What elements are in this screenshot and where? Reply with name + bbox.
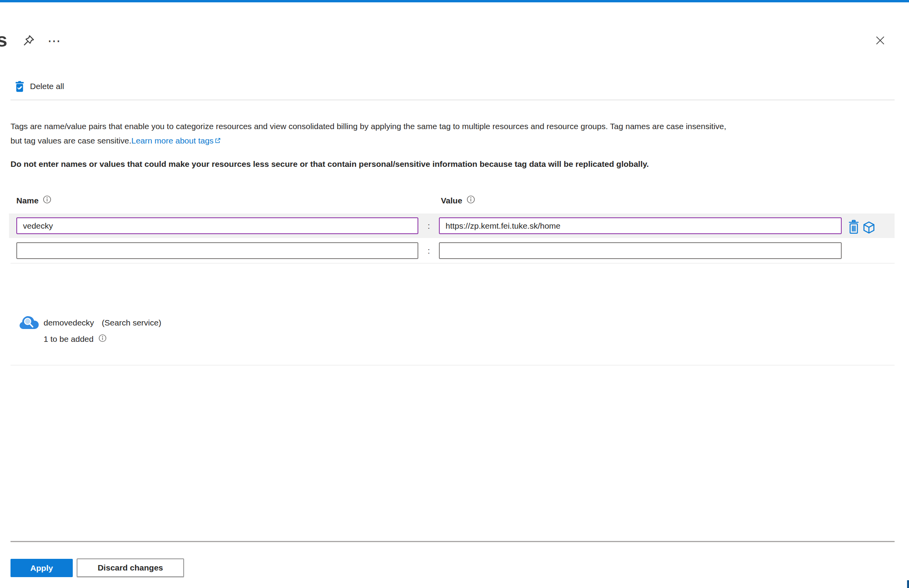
search-service-icon xyxy=(18,315,39,332)
name-info-icon[interactable] xyxy=(43,195,51,206)
delete-all-icon xyxy=(15,81,25,92)
tag-name-input-row2[interactable] xyxy=(16,242,418,259)
cube-icon xyxy=(862,221,876,234)
pin-icon xyxy=(22,34,35,47)
resource-name: demovedecky xyxy=(44,318,94,327)
tag-rows-divider xyxy=(11,263,895,264)
tag-value-input-row1[interactable] xyxy=(439,217,842,234)
tags-description-line1: Tags are name/value pairs that enable yo… xyxy=(11,119,902,133)
more-options-button[interactable]: ⋯ xyxy=(45,33,64,49)
resource-status-row: 1 to be added xyxy=(44,334,107,344)
pin-button[interactable] xyxy=(20,33,37,49)
resource-scope-button[interactable] xyxy=(861,220,877,235)
apply-button[interactable]: Apply xyxy=(11,559,73,577)
delete-tag-row-button[interactable] xyxy=(847,219,861,235)
tags-blade: s ⋯ Delete all Tags are name/value pairs… xyxy=(0,0,909,588)
resource-status: 1 to be added xyxy=(44,334,93,344)
learn-more-link[interactable]: Learn more about tags xyxy=(132,136,221,145)
resource-type: (Search service) xyxy=(102,318,161,327)
top-accent-bar xyxy=(0,0,909,2)
tag-separator-row1: : xyxy=(423,217,434,234)
resource-section-divider xyxy=(11,365,895,366)
value-info-icon[interactable] xyxy=(467,195,475,206)
tag-value-input-row2[interactable] xyxy=(439,242,842,259)
close-button[interactable] xyxy=(872,32,889,49)
external-link-icon xyxy=(214,134,221,148)
delete-all-button[interactable]: Delete all xyxy=(15,78,64,95)
ellipsis-icon: ⋯ xyxy=(47,33,61,49)
scrollbar-fragment xyxy=(907,580,909,588)
discard-changes-button[interactable]: Discard changes xyxy=(77,558,184,577)
tag-name-input-row1[interactable] xyxy=(16,217,418,234)
security-warning-text: Do not enter names or values that could … xyxy=(11,159,902,169)
command-bar-divider xyxy=(11,100,895,100)
tags-description-line2: but tag values are case sensitive.Learn … xyxy=(11,133,902,148)
resource-row: demovedecky(Search service) xyxy=(44,318,161,327)
delete-all-label: Delete all xyxy=(30,82,64,91)
status-info-icon[interactable] xyxy=(98,334,107,344)
value-column-header: Value xyxy=(441,195,475,206)
page-title-fragment: s xyxy=(0,29,7,51)
close-icon xyxy=(874,35,886,46)
tag-separator-row2: : xyxy=(423,242,434,259)
footer-divider xyxy=(11,541,895,542)
trash-icon xyxy=(848,220,860,234)
name-column-header: Name xyxy=(16,195,51,206)
tags-description: Tags are name/value pairs that enable yo… xyxy=(11,119,902,148)
